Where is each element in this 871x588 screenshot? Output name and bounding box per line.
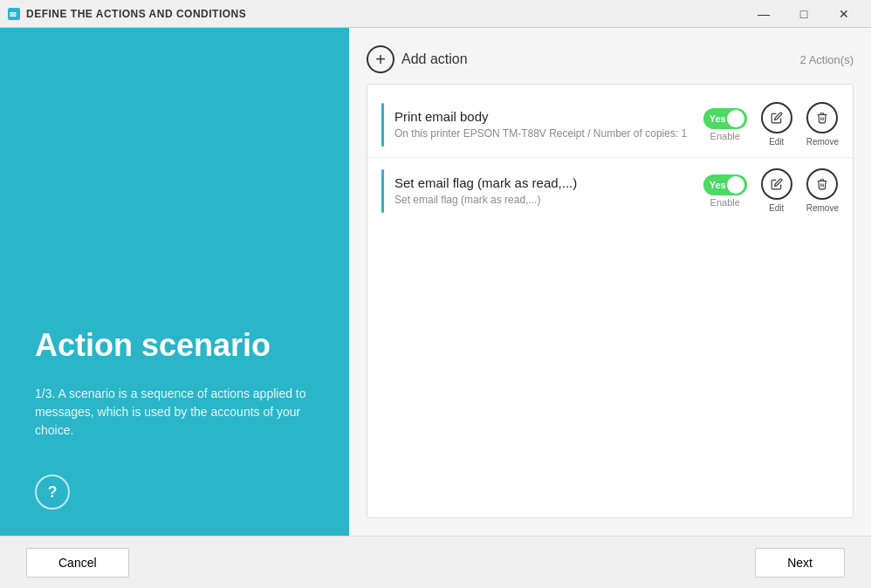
- main-content: Action scenario 1/3. A scenario is a seq…: [0, 28, 871, 536]
- enable-label: Enable: [710, 131, 740, 141]
- action-accent-bar: [381, 103, 384, 147]
- edit-btn-group: Edit: [761, 168, 792, 213]
- edit-button[interactable]: [761, 102, 792, 133]
- title-bar: ✉ DEFINE THE ACTIONS AND CONDITIONS — □ …: [0, 0, 871, 28]
- remove-btn-group: Remove: [806, 168, 839, 213]
- action-subtitle: On this printer EPSON TM-T88V Receipt / …: [394, 127, 693, 140]
- minimize-button[interactable]: —: [744, 0, 784, 28]
- action-accent-bar: [381, 169, 384, 213]
- remove-label: Remove: [806, 137, 839, 147]
- next-button[interactable]: Next: [755, 548, 845, 578]
- enable-toggle[interactable]: Yes: [703, 108, 747, 129]
- enable-toggle[interactable]: Yes: [703, 174, 747, 195]
- remove-button[interactable]: [806, 102, 838, 133]
- cancel-button[interactable]: Cancel: [26, 548, 129, 578]
- toggle-yes-label: Yes: [710, 113, 726, 124]
- actions-count: 2 Action(s): [800, 53, 854, 66]
- remove-label: Remove: [806, 203, 839, 213]
- toggle-yes-label: Yes: [710, 180, 726, 190]
- toggle-group: Yes Enable: [703, 174, 747, 208]
- add-action-label: Add action: [401, 51, 468, 67]
- action-info: Set email flag (mark as read,...) Set em…: [394, 175, 693, 206]
- maximize-button[interactable]: □: [784, 0, 824, 28]
- remove-button[interactable]: [806, 168, 838, 200]
- action-controls: Yes Enable Edit: [703, 102, 839, 147]
- add-action-button[interactable]: + Add action: [367, 45, 468, 73]
- action-item: Set email flag (mark as read,...) Set em…: [367, 158, 853, 223]
- enable-label: Enable: [710, 197, 740, 208]
- action-item: Print email body On this printer EPSON T…: [367, 92, 853, 158]
- help-button[interactable]: ?: [35, 475, 70, 509]
- action-subtitle: Set email flag (mark as read,...): [394, 194, 693, 206]
- actions-list: Print email body On this printer EPSON T…: [367, 84, 854, 518]
- action-controls: Yes Enable Edit: [703, 168, 839, 213]
- action-info: Print email body On this printer EPSON T…: [394, 109, 693, 140]
- close-button[interactable]: ✕: [824, 0, 864, 28]
- edit-label: Edit: [769, 137, 784, 147]
- window-controls: — □ ✕: [744, 0, 864, 28]
- right-panel: + Add action 2 Action(s) Print email bod…: [349, 28, 871, 536]
- action-title: Print email body: [394, 109, 693, 124]
- svg-text:✉: ✉: [10, 10, 17, 19]
- remove-btn-group: Remove: [806, 102, 839, 147]
- toggle-group: Yes Enable: [703, 108, 747, 141]
- panel-description: 1/3. A scenario is a sequence of actions…: [35, 385, 314, 440]
- app-icon: ✉: [7, 7, 21, 21]
- left-panel: Action scenario 1/3. A scenario is a seq…: [0, 28, 349, 536]
- plus-circle-icon: +: [367, 45, 394, 73]
- add-action-row: + Add action 2 Action(s): [367, 45, 854, 73]
- title-bar-text: DEFINE THE ACTIONS AND CONDITIONS: [26, 8, 744, 20]
- edit-button[interactable]: [761, 168, 792, 200]
- panel-title: Action scenario: [35, 327, 314, 364]
- edit-label: Edit: [769, 203, 784, 213]
- help-icon: ?: [48, 483, 58, 502]
- edit-btn-group: Edit: [761, 102, 792, 147]
- bottom-bar: Cancel Next: [0, 536, 871, 588]
- action-title: Set email flag (mark as read,...): [394, 175, 693, 190]
